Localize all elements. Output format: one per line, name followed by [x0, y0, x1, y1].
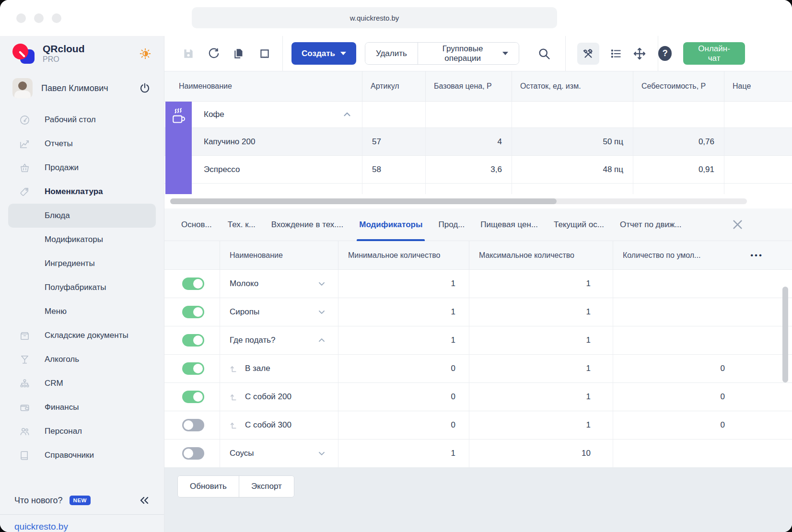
whats-new-link[interactable]: Что нового? [14, 496, 63, 506]
default-quantity: 0 [613, 383, 777, 411]
min-quantity: 0 [338, 411, 469, 439]
sidebar-item-modifiers[interactable]: Модификаторы [0, 228, 164, 252]
modifier-row[interactable]: Сиропы 1 1 [164, 298, 792, 326]
scrollbar-track[interactable] [170, 198, 747, 204]
product-row[interactable]: Капучино 200 57 4 50 пц 0,76 [164, 128, 792, 156]
sidebar-item-menu[interactable]: Меню [0, 300, 164, 324]
new-badge: NEW [70, 496, 91, 505]
enabled-toggle[interactable] [182, 447, 204, 460]
sidebar-item-staff[interactable]: Персонал [0, 419, 164, 443]
close-window-button[interactable] [16, 13, 26, 23]
browser-chrome: w.quickresto.by [0, 0, 792, 36]
modifier-row[interactable]: Где подать? 1 1 [164, 326, 792, 355]
duplicate-icon[interactable] [233, 47, 245, 60]
chevron-down-icon[interactable] [317, 307, 326, 317]
dashboard-icon [19, 115, 33, 126]
tab-current-stock[interactable]: Текущий ос... [554, 208, 604, 241]
refresh-button[interactable]: Обновить [178, 476, 239, 497]
modifier-name: Сиропы [230, 307, 259, 317]
group-name: Кофе [204, 110, 224, 119]
preview-icon[interactable] [258, 47, 271, 60]
tab-nutrition[interactable]: Пищевая цен... [480, 208, 538, 241]
sidebar-item-sales[interactable]: Продажи [0, 156, 164, 180]
enabled-toggle[interactable] [182, 419, 204, 431]
toolbar: Создать Удалить Групповые операции [164, 36, 792, 71]
product-row[interactable]: Эспрессо 58 3,6 48 пц 0,91 [164, 156, 792, 184]
sidebar-item-nomenclature[interactable]: Номенклатура [0, 180, 164, 204]
product-group-row[interactable]: Кофе [164, 102, 792, 128]
child-level-icon [230, 393, 238, 401]
scrollbar-thumb[interactable] [170, 198, 557, 204]
vertical-scrollbar-thumb[interactable] [782, 287, 788, 382]
storage-box-icon [19, 330, 33, 341]
close-icon[interactable] [731, 218, 744, 231]
sidebar-item-crm[interactable]: CRM [0, 371, 164, 395]
sidebar-item-dishes[interactable]: Блюда [8, 204, 156, 228]
tab-tech-inclusion[interactable]: Вхождение в тех.... [271, 208, 343, 241]
enabled-toggle[interactable] [182, 278, 204, 290]
settings-tools-icon[interactable] [577, 43, 599, 65]
delete-button[interactable]: Удалить [365, 43, 418, 64]
move-icon[interactable] [633, 47, 646, 60]
modifier-row[interactable]: С собой 300 0 1 0 [164, 411, 792, 439]
chevron-down-icon[interactable] [317, 279, 326, 289]
tab-movement-report[interactable]: Отчет по движ... [620, 208, 682, 241]
sidebar-item-reports[interactable]: Отчеты [0, 132, 164, 156]
sidebar-item-label: Рабочий стол [45, 115, 96, 125]
tab-tech-card[interactable]: Тех. к... [228, 208, 256, 241]
column-header: Базовая цена, Р [425, 71, 512, 101]
sidebar-item-semifinished[interactable]: Полуфабрикаты [0, 276, 164, 300]
theme-sun-icon[interactable] [139, 47, 151, 60]
enabled-toggle[interactable] [182, 391, 204, 403]
modifier-row[interactable]: С собой 200 0 1 0 [164, 383, 792, 411]
modifiers-table: Наименование Минимальное количество Макс… [164, 241, 792, 468]
enabled-toggle[interactable] [182, 362, 204, 375]
enabled-toggle[interactable] [182, 306, 204, 318]
sidebar-item-ingredients[interactable]: Ингредиенты [0, 252, 164, 276]
sidebar-item-references[interactable]: Справочники [0, 443, 164, 467]
group-operations-button[interactable]: Групповые операции [418, 43, 519, 64]
chevron-up-icon[interactable] [317, 335, 326, 345]
collapse-sidebar-icon[interactable] [138, 495, 151, 506]
sidebar-item-alcohol[interactable]: Алкоголь [0, 347, 164, 371]
enabled-toggle[interactable] [182, 334, 204, 347]
min-quantity: 1 [338, 326, 469, 354]
chevron-down-icon[interactable] [317, 449, 326, 458]
sidebar-item-warehouse-docs[interactable]: Складские документы [0, 324, 164, 347]
tab-modifiers[interactable]: Модификаторы [359, 208, 422, 241]
content: Создать Удалить Групповые операции [164, 36, 792, 532]
tab-sales[interactable]: Прод... [438, 208, 465, 241]
search-icon[interactable] [537, 47, 551, 60]
tab-main[interactable]: Основ... [181, 208, 212, 241]
create-button[interactable]: Создать [291, 42, 356, 65]
more-columns-icon[interactable]: ••• [750, 251, 777, 260]
export-button[interactable]: Экспорт [239, 476, 294, 497]
default-quantity [613, 270, 777, 298]
sidebar-item-finance[interactable]: Финансы [0, 395, 164, 419]
products-table-header: Наименование Артикул Базовая цена, Р Ост… [164, 71, 792, 102]
sidebar-item-dashboard[interactable]: Рабочий стол [0, 108, 164, 132]
minimize-window-button[interactable] [34, 13, 44, 23]
online-chat-button[interactable]: Онлайн-чат [683, 42, 745, 65]
column-header: Количество по умол... [623, 251, 700, 260]
sidebar-item-label: Отчеты [45, 139, 73, 149]
modifier-row[interactable]: Молоко 1 1 [164, 270, 792, 298]
chevron-up-icon[interactable] [342, 109, 352, 120]
maximize-window-button[interactable] [52, 13, 61, 23]
modifier-row[interactable]: В зале 0 1 0 [164, 355, 792, 383]
column-header: Наце [724, 71, 792, 101]
modifier-name: В зале [245, 364, 270, 373]
refresh-icon[interactable] [208, 47, 220, 60]
sidebar-item-label: Финансы [45, 403, 79, 412]
modifier-row[interactable]: Соусы 1 10 [164, 439, 792, 468]
site-link[interactable]: quickresto.by [0, 515, 164, 532]
logout-power-icon[interactable] [139, 82, 151, 94]
whats-new-row: Что нового? NEW [0, 490, 164, 510]
url-bar[interactable]: w.quickresto.by [192, 7, 557, 28]
list-view-icon[interactable] [610, 47, 622, 60]
max-quantity: 1 [469, 298, 613, 326]
sidebar-nav: Рабочий стол Отчеты Продажи [0, 102, 164, 490]
help-icon[interactable]: ? [658, 46, 672, 61]
max-quantity: 1 [469, 383, 613, 411]
child-level-icon [230, 365, 238, 373]
